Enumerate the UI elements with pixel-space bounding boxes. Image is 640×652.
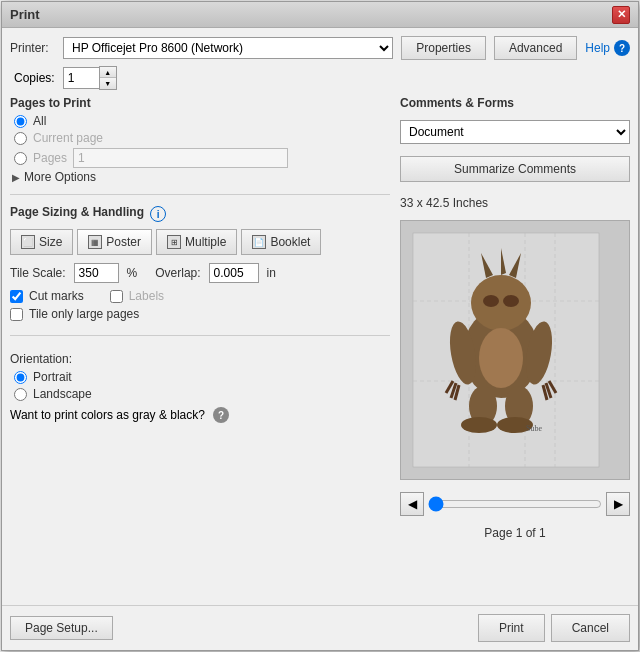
portrait-row: Portrait [14, 370, 390, 384]
pages-section-title: Pages to Print [10, 96, 390, 110]
tile-only-label[interactable]: Tile only large pages [29, 307, 139, 321]
preview-nav: ◀ ▶ [400, 492, 630, 516]
properties-button[interactable]: Properties [401, 36, 486, 60]
multiple-tab-label: Multiple [185, 235, 226, 249]
printer-row: Printer: HP Officejet Pro 8600 (Network)… [10, 36, 630, 60]
pages-radio-group: All Current page Pages [10, 114, 390, 168]
poster-tab-icon: ▦ [88, 235, 102, 249]
help-label: Help [585, 41, 610, 55]
tile-scale-label: Tile Scale: [10, 266, 66, 280]
copies-up-button[interactable]: ▲ [100, 67, 116, 78]
right-panel: Comments & Forms Document Summarize Comm… [400, 96, 630, 597]
overlap-input[interactable] [209, 263, 259, 283]
printer-select[interactable]: HP Officejet Pro 8600 (Network) [63, 37, 393, 59]
page-handling-section: Page Sizing & Handling i ⬜ Size ▦ Poster [10, 205, 390, 325]
main-area: Pages to Print All Current page Pages [10, 96, 630, 597]
more-options-label: More Options [24, 170, 96, 184]
landscape-row: Landscape [14, 387, 390, 401]
booklet-tab-icon: 📄 [252, 235, 266, 249]
copies-label: Copies: [14, 71, 55, 85]
help-icon: ? [614, 40, 630, 56]
multiple-tab-icon: ⊞ [167, 235, 181, 249]
gray-question-icon[interactable]: ? [213, 407, 229, 423]
pages-radio[interactable] [14, 152, 27, 165]
size-tab-label: Size [39, 235, 62, 249]
tile-only-checkbox[interactable] [10, 308, 23, 321]
dialog-content: Printer: HP Officejet Pro 8600 (Network)… [2, 28, 638, 605]
prev-icon: ◀ [408, 497, 417, 511]
prev-page-button[interactable]: ◀ [400, 492, 424, 516]
tile-scale-row: Tile Scale: % Overlap: in [10, 263, 390, 283]
gray-print-row: Want to print colors as gray & black? ? [10, 407, 390, 423]
overlap-unit: in [267, 266, 276, 280]
tile-scale-input[interactable] [74, 263, 119, 283]
current-page-label[interactable]: Current page [33, 131, 103, 145]
handling-info-icon[interactable]: i [150, 206, 166, 222]
more-options-link[interactable]: ▶ More Options [10, 170, 390, 184]
landscape-label[interactable]: Landscape [33, 387, 92, 401]
portrait-label[interactable]: Portrait [33, 370, 72, 384]
printer-label: Printer: [10, 41, 55, 55]
all-label[interactable]: All [33, 114, 46, 128]
svg-point-12 [483, 295, 499, 307]
svg-text:Sube: Sube [526, 424, 542, 433]
bottom-bar: Page Setup... Print Cancel [2, 605, 638, 650]
left-panel: Pages to Print All Current page Pages [10, 96, 390, 597]
poster-tab[interactable]: ▦ Poster [77, 229, 152, 255]
print-dialog: Print ✕ Printer: HP Officejet Pro 8600 (… [1, 1, 639, 651]
comments-select[interactable]: Document [400, 120, 630, 144]
bottom-right-buttons: Print Cancel [478, 614, 630, 642]
more-options-triangle: ▶ [12, 172, 20, 183]
portrait-radio[interactable] [14, 371, 27, 384]
copies-spinner: ▲ ▼ [63, 66, 117, 90]
pages-radio-row: Pages [14, 148, 390, 168]
svg-point-13 [503, 295, 519, 307]
copies-down-button[interactable]: ▼ [100, 78, 116, 89]
next-page-button[interactable]: ▶ [606, 492, 630, 516]
title-bar: Print ✕ [2, 2, 638, 28]
copies-row: Copies: ▲ ▼ [14, 66, 630, 90]
print-button[interactable]: Print [478, 614, 545, 642]
cut-marks-label[interactable]: Cut marks [29, 289, 84, 303]
cancel-button[interactable]: Cancel [551, 614, 630, 642]
tab-row: ⬜ Size ▦ Poster ⊞ Multiple 📄 [10, 229, 390, 255]
cut-marks-row: Cut marks Labels [10, 289, 390, 303]
window-title: Print [10, 7, 40, 22]
preview-size-label: 33 x 42.5 Inches [400, 196, 630, 210]
landscape-radio[interactable] [14, 388, 27, 401]
labels-label[interactable]: Labels [129, 289, 164, 303]
preview-dashed-lines: Sube [401, 221, 629, 479]
handling-title: Page Sizing & Handling [10, 205, 144, 219]
current-page-radio-row: Current page [14, 131, 390, 145]
help-link[interactable]: Help ? [585, 40, 630, 56]
comments-forms-title: Comments & Forms [400, 96, 630, 110]
handling-header: Page Sizing & Handling i [10, 205, 390, 223]
current-page-radio[interactable] [14, 132, 27, 145]
size-tab-icon: ⬜ [21, 235, 35, 249]
orientation-section: Orientation: Portrait Landscape Want to … [10, 352, 390, 423]
comments-select-wrapper: Document [400, 120, 630, 144]
labels-checkbox[interactable] [110, 290, 123, 303]
tile-only-row: Tile only large pages [10, 307, 390, 321]
close-button[interactable]: ✕ [612, 6, 630, 24]
orientation-radio-group: Portrait Landscape [10, 370, 390, 401]
booklet-tab[interactable]: 📄 Booklet [241, 229, 321, 255]
pages-input[interactable] [73, 148, 288, 168]
overlap-label: Overlap: [155, 266, 200, 280]
copies-input[interactable] [63, 67, 99, 89]
svg-point-25 [461, 417, 497, 433]
page-setup-button[interactable]: Page Setup... [10, 616, 113, 640]
divider1 [10, 194, 390, 195]
advanced-button[interactable]: Advanced [494, 36, 577, 60]
page-slider[interactable] [428, 494, 602, 514]
summarize-button[interactable]: Summarize Comments [400, 156, 630, 182]
all-radio[interactable] [14, 115, 27, 128]
poster-tab-label: Poster [106, 235, 141, 249]
pages-label[interactable]: Pages [33, 151, 67, 165]
size-tab[interactable]: ⬜ Size [10, 229, 73, 255]
orientation-title: Orientation: [10, 352, 72, 366]
cut-marks-checkbox[interactable] [10, 290, 23, 303]
multiple-tab[interactable]: ⊞ Multiple [156, 229, 237, 255]
gray-print-label: Want to print colors as gray & black? [10, 408, 205, 422]
tile-scale-unit: % [127, 266, 138, 280]
